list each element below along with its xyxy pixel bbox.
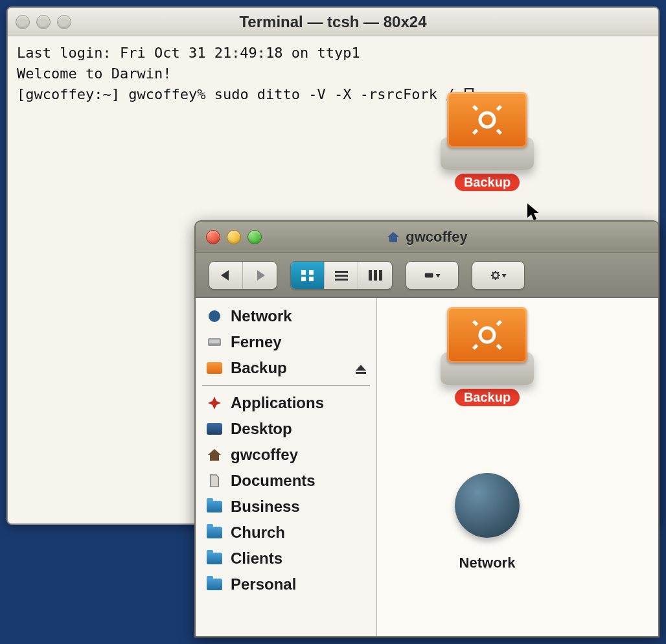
svg-marker-7	[221, 270, 229, 281]
finder-sidebar[interactable]: Network Ferney Backup	[196, 298, 377, 636]
firewire-glyph-icon	[465, 316, 510, 354]
view-switcher	[290, 261, 393, 290]
sidebar-item-network[interactable]: Network	[200, 303, 373, 329]
svg-marker-5	[527, 203, 539, 220]
mouse-cursor-icon	[526, 202, 542, 222]
terminal-title: Terminal — tcsh — 80x24	[8, 13, 658, 31]
sidebar-item-label: Applications	[231, 394, 324, 412]
back-button[interactable]	[209, 262, 243, 289]
action-button[interactable]	[406, 262, 458, 289]
svg-rect-33	[209, 339, 220, 343]
gear-icon	[489, 268, 507, 282]
terminal-line-login: Last login: Fri Oct 31 21:49:18 on ttyp1	[17, 45, 360, 61]
sidebar-item-desktop[interactable]: Desktop	[200, 416, 373, 442]
content-item-label: Network	[459, 555, 516, 571]
terminal-line-welcome: Welcome to Darwin!	[17, 65, 171, 82]
sidebar-item-ferney[interactable]: Ferney	[200, 329, 373, 355]
svg-line-40	[474, 321, 477, 325]
svg-rect-35	[356, 372, 366, 374]
svg-line-29	[498, 272, 498, 273]
firewire-glyph-icon	[465, 100, 510, 139]
sidebar-item-label: Business	[231, 498, 300, 516]
content-item-backup[interactable]: Backup	[429, 301, 545, 406]
svg-rect-11	[301, 277, 306, 281]
svg-marker-36	[208, 449, 221, 461]
svg-rect-14	[335, 275, 348, 277]
zoom-button[interactable]	[247, 230, 262, 244]
svg-point-0	[480, 113, 494, 127]
network-globe-icon	[448, 473, 526, 551]
firewire-drive-icon	[205, 360, 224, 376]
sidebar-item-applications[interactable]: Applications	[200, 390, 373, 416]
folder-icon	[205, 550, 224, 567]
finder-titlebar[interactable]: gwcoffey	[196, 222, 658, 253]
svg-rect-17	[374, 270, 377, 281]
svg-rect-18	[379, 270, 382, 281]
svg-rect-13	[335, 271, 348, 273]
network-icon	[205, 308, 224, 325]
sidebar-item-label: Ferney	[231, 333, 282, 351]
svg-marker-6	[387, 232, 399, 242]
sidebar-item-church[interactable]: Church	[200, 520, 373, 546]
documents-icon	[205, 472, 224, 489]
svg-rect-15	[335, 279, 348, 281]
sidebar-item-home[interactable]: gwcoffey	[200, 442, 373, 468]
close-button[interactable]	[206, 230, 220, 244]
terminal-titlebar[interactable]: Terminal — tcsh — 80x24	[8, 8, 658, 36]
finder-title-text: gwcoffey	[406, 229, 467, 246]
svg-line-28	[492, 277, 493, 278]
sidebar-item-label: gwcoffey	[231, 446, 298, 464]
minimize-button[interactable]	[227, 230, 241, 244]
content-item-network[interactable]: Network	[429, 466, 545, 571]
column-view-button[interactable]	[358, 262, 392, 289]
hdd-icon	[205, 334, 224, 351]
sidebar-item-backup[interactable]: Backup	[200, 355, 373, 381]
folder-icon	[205, 576, 224, 593]
svg-marker-20	[436, 273, 441, 277]
svg-line-39	[474, 345, 477, 349]
sidebar-item-documents[interactable]: Documents	[200, 468, 373, 494]
svg-rect-12	[309, 277, 314, 281]
svg-marker-30	[502, 273, 507, 277]
svg-point-31	[209, 310, 220, 322]
svg-line-2	[474, 130, 477, 134]
sidebar-item-label: Church	[231, 523, 285, 542]
gear-button[interactable]	[472, 262, 524, 289]
firewire-drive-icon	[435, 86, 539, 170]
close-button[interactable]	[16, 15, 30, 29]
terminal-traffic-lights	[16, 15, 71, 29]
svg-line-1	[498, 106, 501, 110]
svg-line-27	[498, 277, 498, 278]
svg-rect-19	[425, 273, 433, 277]
svg-rect-9	[301, 270, 306, 275]
list-view-button[interactable]	[325, 262, 358, 289]
svg-line-3	[474, 106, 477, 110]
finder-split: Network Ferney Backup	[196, 298, 658, 636]
svg-marker-8	[257, 270, 265, 281]
finder-window[interactable]: gwcoffey	[194, 220, 660, 638]
forward-button[interactable]	[243, 262, 277, 289]
content-item-label: Backup	[455, 389, 520, 406]
svg-line-26	[492, 272, 493, 273]
icon-view-button[interactable]	[291, 262, 325, 289]
svg-rect-16	[369, 270, 372, 281]
desktop-drive-label: Backup	[455, 174, 520, 191]
folder-icon	[205, 498, 224, 515]
svg-marker-34	[356, 365, 366, 371]
zoom-button[interactable]	[57, 15, 71, 29]
desktop-drive-backup[interactable]: Backup	[422, 86, 552, 191]
svg-point-21	[493, 272, 498, 277]
svg-line-41	[498, 345, 501, 349]
finder-title: gwcoffey	[196, 229, 658, 246]
sidebar-item-personal[interactable]: Personal	[200, 571, 373, 597]
sidebar-item-clients[interactable]: Clients	[200, 546, 373, 571]
sidebar-item-label: Network	[231, 307, 292, 325]
svg-line-38	[498, 321, 501, 325]
sidebar-item-label: Backup	[231, 359, 287, 377]
home-icon	[205, 446, 224, 463]
finder-content[interactable]: Backup Network	[377, 298, 658, 636]
eject-icon[interactable]	[354, 362, 367, 374]
finder-traffic-lights	[206, 230, 262, 244]
minimize-button[interactable]	[36, 15, 51, 29]
sidebar-item-business[interactable]: Business	[200, 494, 373, 520]
